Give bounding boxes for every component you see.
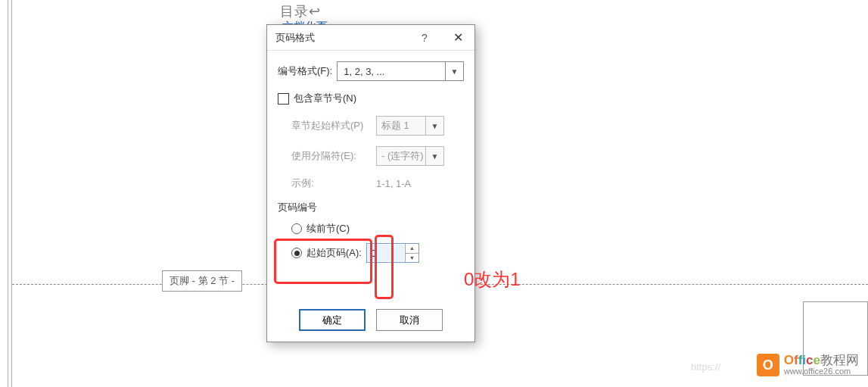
help-button[interactable]: ? — [408, 25, 441, 51]
logo-sub-text: www.office26.com — [784, 367, 859, 376]
faded-url: https:// — [691, 361, 720, 373]
continue-previous-label: 续前节(C) — [306, 222, 350, 236]
footer-section-tag: 页脚 - 第 2 节 - — [162, 270, 242, 292]
separator-value: - (连字符) — [381, 149, 424, 163]
chapter-style-value: 标题 1 — [381, 119, 409, 133]
site-logo: O Office教程网 www.office26.com — [757, 354, 859, 376]
page-number-format-dialog: 页码格式 ? ✕ 编号格式(F): 1, 2, 3, ... ▼ 包含章节号(N… — [266, 24, 475, 342]
start-at-input[interactable] — [368, 245, 404, 261]
include-chapter-checkbox[interactable] — [278, 93, 289, 105]
close-button[interactable]: ✕ — [441, 25, 474, 51]
logo-icon: O — [757, 354, 779, 376]
ok-button[interactable]: 确定 — [299, 309, 366, 331]
example-value: 1-1, 1-A — [376, 178, 411, 189]
chapter-style-label: 章节起始样式(P) — [291, 119, 376, 133]
spinner-down-button[interactable]: ▼ — [406, 254, 418, 263]
annotation-text: 0改为1 — [464, 267, 521, 292]
page-numbering-group-label: 页码编号 — [278, 201, 464, 214]
example-label: 示例: — [291, 176, 376, 190]
chevron-down-icon: ▼ — [425, 146, 443, 166]
logo-main-text: Office教程网 — [784, 354, 859, 367]
chevron-down-icon: ▼ — [445, 61, 463, 81]
left-ruler — [8, 0, 12, 387]
start-at-label: 起始页码(A): — [306, 246, 362, 260]
start-at-spinner[interactable]: ▲ ▼ — [366, 243, 419, 263]
chevron-down-icon: ▼ — [425, 116, 443, 136]
cancel-button[interactable]: 取消 — [376, 309, 443, 331]
number-format-value: 1, 2, 3, ... — [344, 66, 384, 77]
spinner-up-button[interactable]: ▲ — [406, 244, 418, 254]
dialog-titlebar[interactable]: 页码格式 ? ✕ — [267, 25, 474, 51]
number-format-select[interactable]: 1, 2, 3, ... ▼ — [337, 61, 464, 81]
chapter-style-select: 标题 1 ▼ — [376, 116, 444, 136]
include-chapter-label: 包含章节号(N) — [294, 92, 356, 105]
separator-select: - (连字符) ▼ — [376, 146, 444, 166]
number-format-label: 编号格式(F): — [278, 64, 332, 78]
separator-label: 使用分隔符(E): — [291, 149, 376, 163]
dialog-title: 页码格式 — [275, 31, 315, 45]
doc-heading: 目录↩ — [280, 2, 321, 20]
start-at-radio[interactable] — [291, 248, 302, 258]
continue-previous-radio[interactable] — [291, 223, 302, 234]
